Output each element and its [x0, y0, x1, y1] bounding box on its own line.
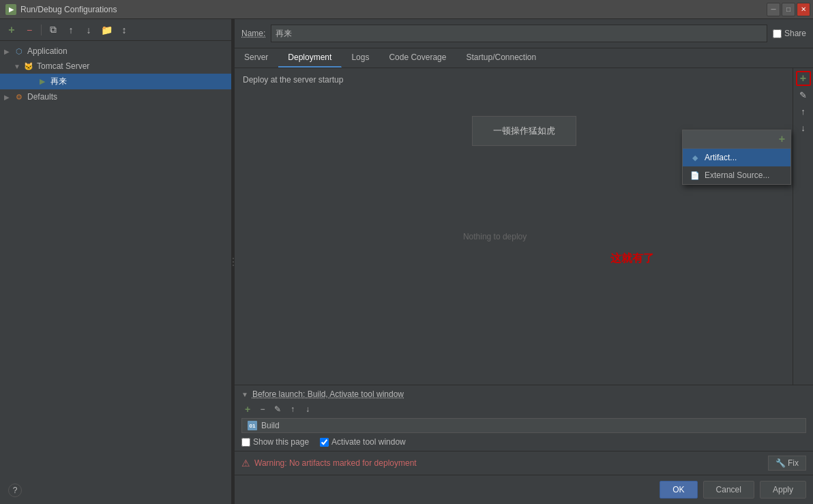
artifact-icon: ◆: [690, 152, 700, 163]
warning-text: Warning: No artifacts marked for deploym…: [254, 458, 764, 468]
move-up-button[interactable]: ↑: [63, 23, 78, 38]
dropdown-external-source-item[interactable]: 📄 External Source...: [683, 166, 790, 184]
collapse-arrow-icon[interactable]: ▼: [241, 391, 248, 398]
share-checkbox[interactable]: [773, 29, 782, 38]
arrow-icon: ▶: [4, 48, 14, 55]
right-panel: Name: Share Server Deployment Logs Code …: [235, 19, 813, 504]
sort-button[interactable]: ↕: [117, 23, 132, 38]
external-source-icon: 📄: [690, 170, 700, 181]
move-down-deployment-button[interactable]: ↓: [796, 120, 811, 135]
dropdown-artifact-item[interactable]: ◆ Artifact...: [683, 149, 790, 166]
show-page-option: Show this page: [241, 437, 309, 447]
defaults-arrow-icon: ▶: [4, 93, 14, 101]
add-dropdown-menu: + ◆ Artifact... 📄 External Source...: [682, 130, 791, 185]
tomcat-arrow-icon: ▼: [14, 63, 23, 70]
move-up-deployment-button[interactable]: ↑: [796, 104, 811, 119]
warning-bar: ⚠ Warning: No artifacts marked for deplo…: [235, 451, 813, 475]
window-controls: ─ □ ✕: [767, 3, 810, 16]
artifact-label: Artifact...: [705, 153, 737, 162]
apply-button[interactable]: Apply: [760, 481, 806, 499]
tree-item-application[interactable]: ▶ ⬡ Application: [0, 44, 231, 59]
down-before-launch-button[interactable]: ↓: [301, 403, 314, 415]
edit-deployment-button[interactable]: ✎: [796, 87, 811, 102]
tree-item-run-config[interactable]: ▶ 再来: [0, 74, 231, 89]
build-label: Build: [261, 421, 280, 430]
right-side-buttons: + ✎ ↑ ↓: [793, 68, 813, 385]
build-icon: 01: [248, 421, 257, 430]
window-title: Run/Debug Configurations: [20, 5, 117, 14]
tree-item-tomcat[interactable]: ▼ 🐱 Tomcat Server: [0, 59, 231, 74]
name-input[interactable]: [271, 25, 767, 42]
before-launch-header: ▼ Before launch: Build, Activate tool wi…: [241, 389, 806, 399]
dropdown-add-icon: +: [779, 133, 785, 145]
add-configuration-button[interactable]: +: [4, 23, 19, 38]
external-source-label: External Source...: [705, 171, 769, 180]
name-label: Name:: [241, 29, 265, 38]
activate-window-label: Activate tool window: [331, 437, 406, 447]
activate-window-option: Activate tool window: [320, 437, 406, 447]
run-config-icon: ▶: [37, 76, 48, 87]
add-deployment-button[interactable]: +: [796, 71, 811, 86]
move-down-button[interactable]: ↓: [81, 23, 96, 38]
ok-button[interactable]: OK: [660, 481, 697, 499]
warning-icon: ⚠: [241, 458, 250, 469]
tree-toolbar: + − ⧉ ↑ ↓ 📁 ↕: [0, 19, 231, 41]
show-page-checkbox[interactable]: [241, 438, 250, 447]
main-container: + − ⧉ ↑ ↓ 📁 ↕ ▶ ⬡ Application ▼ 🐱 Tomcat…: [0, 19, 813, 504]
application-icon: ⬡: [14, 46, 25, 57]
defaults-icon: ⚙: [14, 91, 25, 102]
cancel-button[interactable]: Cancel: [703, 481, 754, 499]
copy-configuration-button[interactable]: ⧉: [46, 23, 61, 38]
share-checkbox-area: Share: [773, 29, 806, 38]
before-launch-toolbar: + − ✎ ↑ ↓: [241, 403, 806, 415]
bottom-bar: OK Cancel Apply: [235, 475, 813, 504]
remove-configuration-button[interactable]: −: [22, 23, 37, 38]
add-before-launch-button[interactable]: +: [241, 403, 254, 415]
red-annotation: 这就有了: [610, 252, 654, 266]
fix-button[interactable]: 🔧 Fix: [768, 456, 806, 471]
tab-deployment[interactable]: Deployment: [278, 48, 342, 68]
up-before-launch-button[interactable]: ↑: [286, 403, 299, 415]
application-label: Application: [27, 46, 68, 56]
tab-logs[interactable]: Logs: [342, 48, 379, 68]
before-launch-title: Before launch: Build, Activate tool wind…: [252, 389, 404, 399]
tomcat-label: Tomcat Server: [37, 61, 89, 71]
deploy-box: 一顿操作猛如虎: [472, 116, 576, 146]
edit-before-launch-button[interactable]: ✎: [271, 403, 284, 415]
minimize-button[interactable]: ─: [767, 3, 780, 16]
tree-item-defaults[interactable]: ▶ ⚙ Defaults: [0, 89, 231, 104]
tomcat-icon: 🐱: [23, 61, 34, 72]
folder-button[interactable]: 📁: [99, 23, 114, 38]
maximize-button[interactable]: □: [782, 3, 795, 16]
dropdown-header: +: [683, 130, 790, 149]
activate-window-checkbox[interactable]: [320, 438, 329, 447]
run-config-label: 再来: [50, 76, 67, 87]
show-page-label: Show this page: [253, 437, 309, 447]
tab-startup-connection[interactable]: Startup/Connection: [456, 48, 546, 68]
before-launch-section: ▼ Before launch: Build, Activate tool wi…: [235, 385, 813, 451]
help-button[interactable]: ?: [8, 484, 22, 497]
configuration-tree: ▶ ⬡ Application ▼ 🐱 Tomcat Server ▶ 再来 ▶…: [0, 41, 231, 504]
defaults-label: Defaults: [27, 92, 57, 102]
close-button[interactable]: ✕: [797, 3, 810, 16]
title-bar: ▶ Run/Debug Configurations ─ □ ✕: [0, 0, 813, 19]
name-row: Name: Share: [235, 19, 813, 48]
share-label: Share: [784, 29, 806, 38]
left-panel: + − ⧉ ↑ ↓ 📁 ↕ ▶ ⬡ Application ▼ 🐱 Tomcat…: [0, 19, 232, 504]
content-area: Deploy at the server startup 一顿操作猛如虎 Not…: [235, 68, 813, 385]
nothing-to-deploy: Nothing to deploy: [463, 232, 527, 241]
tabs-row: Server Deployment Logs Code Coverage Sta…: [235, 48, 813, 68]
app-icon: ▶: [5, 4, 16, 15]
toolbar-separator-1: [41, 25, 42, 35]
deploy-header: Deploy at the server startup: [235, 68, 813, 89]
build-item: 01 Build: [241, 418, 806, 433]
remove-before-launch-button[interactable]: −: [256, 403, 269, 415]
tab-code-coverage[interactable]: Code Coverage: [379, 48, 456, 68]
tab-server[interactable]: Server: [235, 48, 278, 68]
options-row: Show this page Activate tool window: [241, 437, 806, 447]
